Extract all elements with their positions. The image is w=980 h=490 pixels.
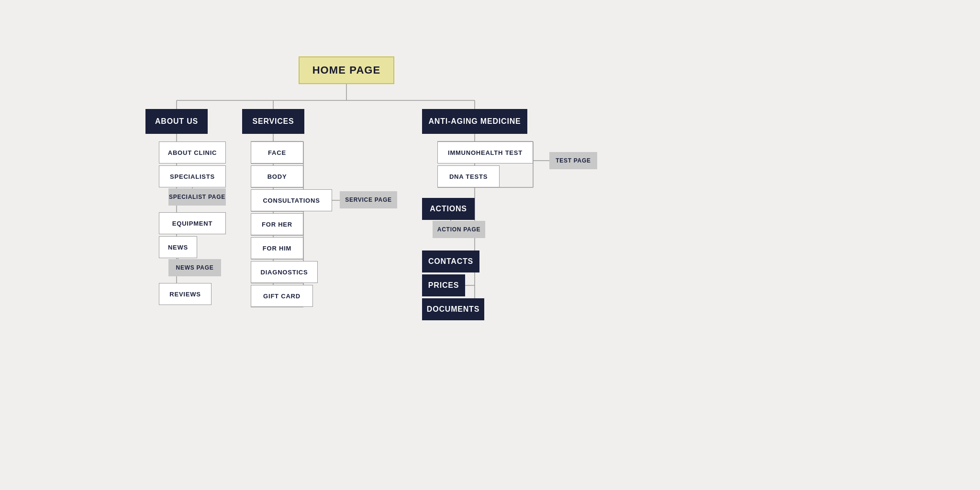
specialists-node[interactable]: SPECIALISTS <box>159 165 226 187</box>
test-page-label: TEST PAGE <box>556 157 591 164</box>
actions-label: ACTIONS <box>430 205 467 213</box>
contacts-label: CONTACTS <box>428 257 473 266</box>
for-her-node[interactable]: FOR HER <box>251 213 303 235</box>
face-label: FACE <box>268 149 286 156</box>
prices-label: PRICES <box>428 281 459 290</box>
home-page-node[interactable]: HOME PAGE <box>299 56 394 84</box>
documents-label: DOCUMENTS <box>427 305 479 314</box>
immunohealth-label: IMMUNOHEALTH TEST <box>448 149 523 156</box>
prices-node[interactable]: PRICES <box>422 274 465 296</box>
news-node[interactable]: NEWS <box>159 236 197 258</box>
services-node[interactable]: SERVICES <box>242 109 304 134</box>
equipment-node[interactable]: EQUIPMENT <box>159 212 226 234</box>
service-page-node[interactable]: SERVICE PAGE <box>340 191 397 208</box>
specialists-label: SPECIALISTS <box>170 173 215 180</box>
anti-aging-node[interactable]: ANTI-AGING MEDICINE <box>422 109 527 134</box>
for-him-node[interactable]: FOR HIM <box>251 237 303 259</box>
actions-node[interactable]: ACTIONS <box>422 198 475 220</box>
immunohealth-node[interactable]: IMMUNOHEALTH TEST <box>437 142 533 163</box>
about-us-label: ABOUT US <box>155 117 198 126</box>
news-label: NEWS <box>168 244 188 251</box>
reviews-label: REVIEWS <box>169 291 200 298</box>
services-label: SERVICES <box>252 117 294 126</box>
body-label: BODY <box>267 173 287 180</box>
about-us-node[interactable]: ABOUT US <box>145 109 208 134</box>
body-node[interactable]: BODY <box>251 165 303 187</box>
consultations-label: CONSULTATIONS <box>263 197 320 204</box>
action-page-node[interactable]: ACTION PAGE <box>433 221 485 238</box>
diagnostics-node[interactable]: DIAGNOSTICS <box>251 261 318 283</box>
action-page-label: ACTION PAGE <box>437 226 480 233</box>
news-page-label: NEWS PAGE <box>176 264 214 271</box>
documents-node[interactable]: DOCUMENTS <box>422 298 484 320</box>
dna-tests-label: DNA TESTS <box>449 173 488 180</box>
news-page-node[interactable]: NEWS PAGE <box>168 259 221 276</box>
reviews-node[interactable]: REVIEWS <box>159 283 212 305</box>
contacts-node[interactable]: CONTACTS <box>422 250 479 272</box>
test-page-node[interactable]: TEST PAGE <box>549 152 597 169</box>
gift-card-label: GIFT CARD <box>263 293 301 300</box>
for-her-label: FOR HER <box>262 221 292 228</box>
specialist-page-label: SPECIALIST PAGE <box>169 194 225 200</box>
face-node[interactable]: FACE <box>251 142 303 163</box>
home-page-label: HOME PAGE <box>312 64 381 76</box>
equipment-label: EQUIPMENT <box>172 220 212 227</box>
about-clinic-node[interactable]: ABOUT CLINIC <box>159 142 226 163</box>
about-clinic-label: ABOUT CLINIC <box>168 149 217 156</box>
for-him-label: FOR HIM <box>263 245 291 252</box>
specialist-page-node[interactable]: SPECIALIST PAGE <box>168 188 226 206</box>
dna-tests-node[interactable]: DNA TESTS <box>437 165 500 187</box>
diagnostics-label: DIAGNOSTICS <box>261 269 308 276</box>
diagram-container: HOME PAGE ABOUT US ABOUT CLINIC SPECIALI… <box>0 0 980 490</box>
consultations-node[interactable]: CONSULTATIONS <box>251 189 332 211</box>
service-page-label: SERVICE PAGE <box>345 196 392 203</box>
connectors-svg <box>0 0 980 490</box>
gift-card-node[interactable]: GIFT CARD <box>251 285 313 307</box>
anti-aging-label: ANTI-AGING MEDICINE <box>429 117 521 126</box>
